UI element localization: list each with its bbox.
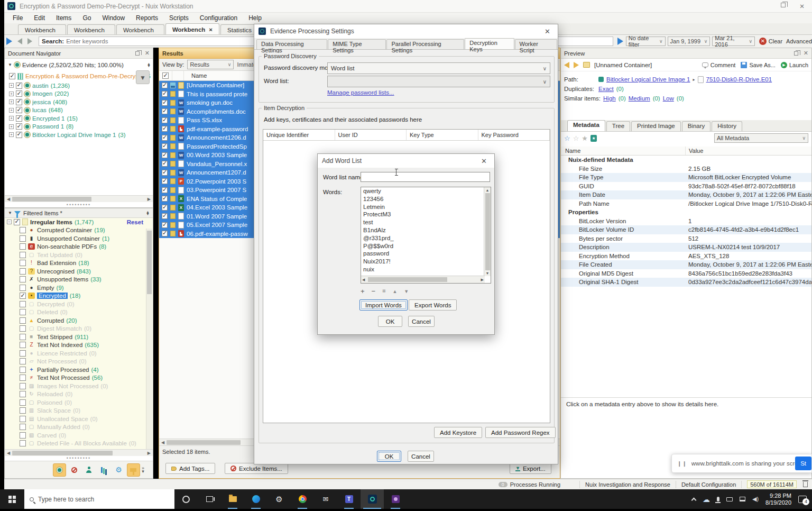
menu-item[interactable]: Reports	[136, 14, 158, 22]
file-explorer-button[interactable]	[221, 489, 244, 509]
word-item[interactable]: @r331prd_	[361, 234, 491, 242]
settings-tab[interactable]: MIME Type Settings	[328, 39, 386, 49]
expand-icon[interactable]: +	[9, 116, 14, 121]
value-column-header[interactable]: Value	[685, 147, 703, 155]
export-words-button[interactable]: Export Words	[409, 299, 457, 311]
word-item[interactable]: Letmein	[361, 203, 491, 211]
word-item[interactable]: qwerty	[361, 187, 491, 195]
row-checkbox[interactable]	[162, 178, 168, 184]
custodian-checkbox[interactable]	[16, 90, 22, 97]
float-panel-icon[interactable]	[135, 51, 140, 56]
filter-checkbox[interactable]	[20, 243, 26, 250]
custodian-row[interactable]: + Encrypted 1 (15)	[9, 114, 153, 123]
discovery-mode-dropdown[interactable]: Word list∨	[327, 62, 550, 74]
speaker-icon[interactable]: ◀)	[752, 496, 759, 503]
filter-checkbox[interactable]	[20, 227, 26, 233]
word-item[interactable]: nuix	[361, 266, 491, 273]
edge-button[interactable]	[244, 489, 267, 509]
row-checkbox[interactable]	[162, 91, 168, 97]
custodian-checkbox[interactable]	[16, 99, 22, 105]
path-parent-link[interactable]: Bitlocker Logical Drive Image 1	[606, 76, 690, 83]
filter-checkbox[interactable]	[20, 391, 26, 397]
clear-filter-label[interactable]: Clear	[769, 38, 782, 44]
filter-row[interactable]: ▢ Deleted File - All Blocks Available (0…	[5, 440, 153, 448]
filter-checkbox[interactable]	[20, 375, 26, 381]
add-password-regex-button[interactable]: Add Password Regex	[485, 427, 556, 438]
word-item[interactable]: password	[361, 250, 491, 258]
case-expand-button[interactable]: ▼	[136, 70, 150, 84]
row-checkbox[interactable]	[162, 196, 168, 202]
garbage-collect-icon[interactable]	[803, 482, 808, 487]
filters-view-button[interactable]	[127, 463, 140, 477]
history-forward-icon[interactable]	[27, 38, 32, 44]
metadata-row[interactable]: Bytes per sector 512	[561, 234, 811, 243]
filter-row[interactable]: ▲ Corrupted (20)	[5, 316, 153, 325]
row-checkbox[interactable]	[162, 231, 168, 236]
filter-checkbox[interactable]	[20, 424, 26, 430]
row-checkbox[interactable]	[162, 100, 168, 106]
row-checkbox[interactable]	[162, 213, 168, 219]
close-panel-icon[interactable]: ✕	[145, 50, 150, 57]
filter-checkbox[interactable]	[20, 407, 26, 414]
add-word-icon[interactable]: +	[361, 287, 365, 295]
save-as-button[interactable]: Save As...	[741, 62, 776, 68]
filter-row[interactable]: ≠ Text Not Processed (56)	[5, 374, 153, 382]
star-icon[interactable]: ☆	[573, 134, 579, 142]
purple-app-button[interactable]	[384, 489, 407, 509]
word-item[interactable]: ProtectM3	[361, 211, 491, 218]
settings-tab[interactable]: Decryption Keys	[465, 38, 514, 49]
filter-checkbox[interactable]	[20, 235, 26, 242]
menu-item[interactable]: Go	[82, 14, 91, 22]
word-item[interactable]: P@$$w0rd	[361, 242, 491, 250]
row-checkbox[interactable]	[162, 170, 168, 176]
filter-row[interactable]: ▢ Text Updated (0)	[5, 251, 153, 259]
filter-checkbox[interactable]	[20, 342, 26, 348]
row-checkbox[interactable]	[162, 152, 168, 158]
collapse-icon[interactable]: ▼	[8, 62, 12, 67]
mail-button[interactable]: ✉	[314, 489, 337, 509]
preview-tab[interactable]: Tree	[606, 121, 630, 131]
row-checkbox[interactable]	[162, 161, 168, 167]
filter-checkbox[interactable]	[20, 260, 26, 266]
filter-row[interactable]: ● Corrupted Container (19)	[5, 226, 153, 235]
custodian-checkbox[interactable]	[16, 107, 22, 113]
metadata-profile-dropdown[interactable]: All Metadata∨	[714, 133, 808, 143]
row-checkbox[interactable]	[162, 108, 168, 114]
row-checkbox[interactable]	[162, 187, 168, 193]
filter-checkbox[interactable]	[20, 358, 26, 364]
words-hscrollbar[interactable]: ◀▶	[361, 276, 485, 283]
words-listbox[interactable]: qwerty123456LetmeinProtectM3testB1ndAlz@…	[361, 187, 491, 284]
filter-row[interactable]: ≡ Text Stripped (911)	[5, 333, 153, 341]
filter-row[interactable]: ▢ Deleted (0)	[5, 308, 153, 317]
more-tools-icon[interactable]: »▾	[142, 467, 144, 473]
metadata-row[interactable]: File Size 2.15 GB	[561, 165, 811, 174]
key-column-header[interactable]: User ID	[335, 130, 407, 140]
float-panel-icon[interactable]	[794, 51, 798, 56]
restore-window-icon[interactable]	[781, 3, 786, 7]
taskbar-clock[interactable]: 9:28 PM 8/19/2020	[765, 492, 791, 506]
word-list-name-input[interactable]	[361, 172, 490, 182]
preview-tab[interactable]: Metadata	[567, 120, 605, 131]
filter-checkbox[interactable]	[20, 268, 26, 275]
metadata-row[interactable]: Nuix-defined Metadata	[561, 156, 811, 165]
key-column-header[interactable]: Key Password	[478, 130, 550, 140]
filter-checkbox[interactable]	[20, 383, 26, 389]
filter-checkbox[interactable]	[20, 399, 26, 406]
menu-item[interactable]: Scripts	[169, 14, 189, 22]
close-dialog-icon[interactable]: ✕	[478, 157, 490, 165]
stop-sharing-button[interactable]: St	[795, 457, 811, 470]
settings-view-button[interactable]: ⚙	[112, 463, 125, 477]
key-column-header[interactable]: Key Type	[407, 130, 478, 140]
docnav-hscrollbar[interactable]: ◀▶	[5, 195, 153, 202]
onedrive-icon[interactable]: ☁	[703, 495, 710, 504]
tab-close-icon[interactable]: ×	[209, 26, 213, 33]
menu-item[interactable]: Window	[102, 14, 125, 22]
filter-checkbox[interactable]	[20, 285, 26, 291]
exclusions-view-button[interactable]	[68, 463, 81, 477]
filter-checkbox[interactable]	[20, 301, 26, 307]
settings-cancel-button[interactable]: Cancel	[408, 451, 434, 462]
metadata-row[interactable]: Original MD5 Digest 8436a756c51bc1b59ed2…	[561, 269, 811, 278]
row-checkbox[interactable]	[162, 126, 168, 132]
task-view-button[interactable]	[198, 489, 221, 509]
star-filter-icon[interactable]: ☆	[564, 134, 570, 142]
